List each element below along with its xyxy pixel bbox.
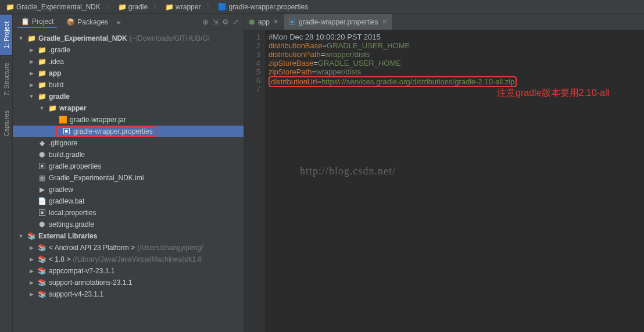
breadcrumb-label: Gradle_Experimental_NDK [16,3,101,11]
tree-label: gradle-wrapper.properties [73,127,153,135]
tree-label: wrapper [59,104,87,112]
editor-tab-wrapper-props[interactable]: 🞕 gradle-wrapper.properties ✕ [284,14,392,30]
code-line[interactable]: #Mon Dec 28 10:00:20 PST 2015 [269,33,641,41]
expand-arrow-icon[interactable]: ▶ [28,82,35,88]
panel-tab-packages[interactable]: 📦 Packages [63,17,112,27]
code-line[interactable]: zipStorePath=wrapper/dists [269,67,641,76]
lib-icon: 📚 [37,255,46,264]
expand-arrow-icon[interactable]: ▶ [28,268,35,274]
tree-label: settings.gradle [49,220,94,229]
chevron-right-icon[interactable]: ▸ [117,18,121,26]
tree-label: app [49,69,61,77]
expand-arrow-icon[interactable]: ▼ [28,94,35,99]
tree-label: build.gradle [49,151,85,159]
tree-node[interactable]: ▼📁Gradle_Experimental_NDK(~/Downloads/GI… [13,33,244,44]
expand-arrow-icon[interactable]: ▼ [17,233,24,239]
tree-node[interactable]: ▶gradlew [13,184,244,195]
expand-arrow-icon[interactable]: ▼ [17,35,24,41]
tree-node[interactable]: 🞕gradle-wrapper.properties [13,126,244,137]
lib-icon: 📚 [27,231,36,241]
tree-label: < Android API 23 Platform > [49,244,135,252]
tree-label: support-annotations-23.1.1 [49,279,132,287]
tab-structure[interactable]: 7: Structure [0,55,12,103]
folder-icon: 📁 [37,57,46,66]
folder-icon: 📁 [165,3,173,11]
collapse-icon[interactable]: ⇲ [212,17,219,26]
folder-icon: 📁 [27,34,36,43]
breadcrumb-label: gradle-wrapper.properties [228,3,308,11]
code-line[interactable]: distributionPath=wrapper/dists [269,50,641,59]
expand-arrow-icon[interactable]: ▶ [28,245,35,251]
chevron-right-icon: 〉 [206,3,212,11]
project-tree[interactable]: ▼📁Gradle_Experimental_NDK(~/Downloads/GI… [13,30,244,332]
properties-icon: 🞕 [37,162,46,171]
tree-node[interactable]: ▼📁wrapper [13,102,244,114]
watermark-text: http://blog.csdn.net/ [300,167,396,176]
breadcrumb-item-wrapper[interactable]: 📁 wrapper [162,2,204,12]
tool-window-bar: 1: Project 7: Structure Captures [0,14,13,332]
breadcrumb-label: wrapper [176,3,201,11]
tree-node[interactable]: ⬢settings.gradle [13,219,244,230]
properties-icon: 🞕 [37,208,46,217]
tab-project[interactable]: 1: Project [0,14,12,55]
tree-node[interactable]: ◆.gitignore [13,137,244,149]
tree-node[interactable]: ▶📚support-v4-23.1.1 [13,288,244,300]
breadcrumb-item-file[interactable]: 🟦 gradle-wrapper.properties [214,2,312,12]
tree-node[interactable]: ▶📁.gradle [13,44,244,56]
lib-icon: 📚 [37,290,46,299]
breadcrumb-item-root[interactable]: 📁 Gradle_Experimental_NDK [2,2,104,12]
tree-label: gradlew.bat [49,197,84,205]
expand-arrow-icon[interactable]: ▶ [28,70,35,76]
tree-node[interactable]: 🞕local.properties [13,207,244,219]
expand-arrow-icon[interactable]: ▶ [28,47,35,53]
code-line[interactable]: distributionUrl=https\://services.gradle… [269,76,641,87]
folder-icon: 📁 [48,103,57,113]
gear-icon[interactable]: ⚙ [222,17,229,26]
tree-node[interactable]: ▶📁build [13,79,244,91]
tree-node[interactable]: ▶📚< Android API 23 Platform >(/Users/zha… [13,242,244,254]
tree-label: Gradle_Experimental_NDK [38,34,127,42]
code-editor[interactable]: 1234567 #Mon Dec 28 10:00:20 PST 2015dis… [244,30,644,332]
hide-icon[interactable]: ⤢ [232,17,239,26]
properties-icon: 🞕 [288,18,295,26]
tree-node[interactable]: ▶📁.idea [13,56,244,67]
expand-arrow-icon[interactable]: ▶ [28,256,35,262]
tree-node[interactable]: ▶📚< 1.8 >(/Library/Java/JavaVirtualMachi… [13,254,244,265]
code-line[interactable]: zipStoreBase=GRADLE_USER_HOME [269,59,641,67]
breadcrumb-item-gradle[interactable]: 📁 gradle [115,2,151,12]
tree-node[interactable]: ⬢build.gradle [13,149,244,160]
expand-arrow-icon[interactable]: ▶ [28,291,35,297]
expand-arrow-icon[interactable]: ▼ [38,105,45,111]
tree-node[interactable]: 📄gradlew.bat [13,195,244,207]
tree-node[interactable]: ▼📚External Libraries [13,230,244,242]
editor-tabs: ⬢ app ✕ 🞕 gradle-wrapper.properties ✕ [244,14,644,30]
properties-icon: 🞕 [62,127,71,136]
line-gutter: 1234567 [244,30,265,332]
tree-node[interactable]: 🟧gradle-wrapper.jar [13,114,244,126]
tree-label: .idea [49,58,64,66]
tree-hint: (/Users/zhangyipeng/ [137,244,203,252]
expand-arrow-icon[interactable]: ▶ [28,59,35,65]
target-icon[interactable]: ⊕ [202,17,209,26]
tree-node[interactable]: 🞕gradle.properties [13,160,244,172]
tree-node[interactable]: ▦Gradle_Experimental_NDK.iml [13,172,244,184]
panel-tab-project[interactable]: 📋 Project [17,16,57,28]
expand-arrow-icon[interactable]: ▶ [28,280,35,285]
tree-node[interactable]: ▼📁gradle [13,91,244,102]
tree-label: Gradle_Experimental_NDK.iml [49,174,144,182]
tree-node[interactable]: ▶📚appcompat-v7-23.1.1 [13,265,244,277]
tree-node[interactable]: ▶📚support-annotations-23.1.1 [13,277,244,288]
tree-node[interactable]: ▶📁app [13,67,244,79]
editor-area: ⬢ app ✕ 🞕 gradle-wrapper.properties ✕ 12… [244,14,644,332]
folder-icon: 📁 [37,45,46,55]
close-icon[interactable]: ✕ [273,18,278,26]
project-icon: 📁 [6,3,14,11]
editor-tab-app[interactable]: ⬢ app ✕ [244,14,284,30]
tree-label: External Libraries [38,232,97,240]
breadcrumb-label: gradle [128,3,148,11]
close-icon[interactable]: ✕ [382,18,387,26]
tab-captures[interactable]: Captures [0,103,12,144]
code-content[interactable]: #Mon Dec 28 10:00:20 PST 2015distributio… [265,30,644,332]
code-line[interactable]: distributionBase=GRADLE_USER_HOME [269,41,641,50]
tree-label: local.properties [49,209,96,217]
